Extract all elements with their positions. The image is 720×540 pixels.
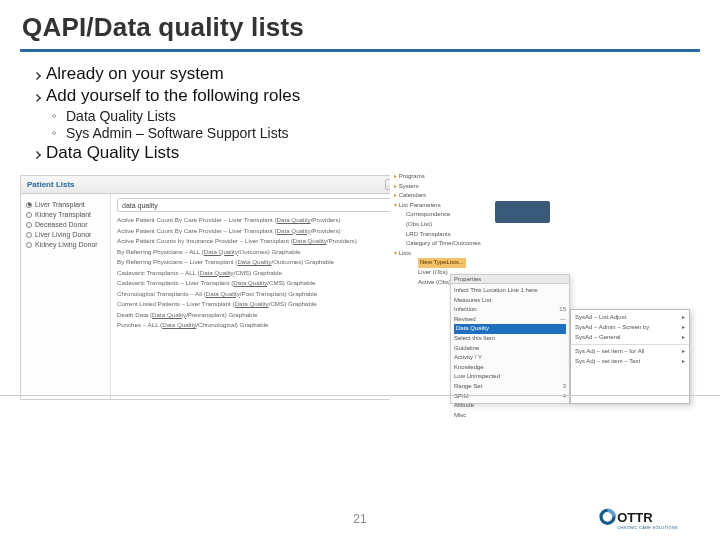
bullet-1: Already on your system (28, 64, 692, 84)
list-item[interactable]: Active Patient Counts by Insurance Provi… (117, 236, 413, 247)
list-item[interactable]: Cadaveric Transplants – ALL (Data Qualit… (117, 268, 413, 279)
properties-head: Properties (451, 275, 569, 284)
slide-title: QAPI/Data quality lists (20, 10, 700, 52)
divider (0, 395, 720, 396)
list-item[interactable]: Active Patient Count By Care Provider – … (117, 226, 413, 237)
radio-option[interactable]: Kidney Transplant (26, 211, 105, 218)
radio-icon (26, 202, 32, 208)
properties-row: Infection15 (454, 305, 566, 315)
patient-lists-sidebar: Liver TransplantKidney TransplantDecease… (21, 194, 111, 399)
screenshot-patient-lists: Patient Lists New Liver TransplantKidney… (20, 175, 420, 400)
chevron-right-icon: ▸ (682, 356, 685, 366)
svg-text:OTTR: OTTR (617, 510, 653, 525)
tree-node[interactable]: Lists (394, 249, 501, 259)
menu-item[interactable]: Sys Adj – set item – for All▸ (571, 346, 689, 356)
tree-node[interactable]: (Obs List) (394, 220, 501, 230)
context-menu: SysAd – List Adjust▸SysAd – Admin – Scre… (570, 309, 690, 404)
list-item[interactable]: Chronological Transplants – All (Data Qu… (117, 289, 413, 300)
properties-row: Misc (454, 411, 566, 421)
list-item[interactable]: Punches – ALL (Data Quality/Chronologica… (117, 320, 413, 331)
bullet-2a: Data Quality Lists (28, 108, 692, 124)
tree-node[interactable]: Calendars (394, 191, 501, 201)
tree-node[interactable]: System (394, 182, 501, 192)
selected-row[interactable]: Data Quality (454, 324, 566, 334)
properties-row: Activity / Y (454, 353, 566, 363)
menu-item[interactable]: SysAd – Admin – Screen by▸ (571, 322, 689, 332)
bullet-3: Data Quality Lists (28, 143, 692, 163)
menu-item[interactable]: SysAd – List Adjust▸ (571, 312, 689, 322)
tree-node[interactable]: LRD Transplants (394, 230, 501, 240)
ottr-logo: OTTR CHRONIC CARE SOLUTIONS (598, 506, 708, 532)
patient-lists-results: Active Patient Count By Care Provider – … (117, 215, 413, 331)
radio-label: Kidney Living Donor (35, 241, 98, 248)
bullet-list: Already on your system Add yourself to t… (20, 52, 700, 169)
tree-node[interactable]: New TypeLists... (394, 258, 501, 268)
radio-option[interactable]: Liver Living Donor (26, 231, 105, 238)
blue-chip (495, 201, 550, 223)
radio-icon (26, 222, 32, 228)
radio-label: Deceased Donor (35, 221, 88, 228)
properties-row: Knowledge (454, 363, 566, 373)
radio-option[interactable]: Liver Transplant (26, 201, 105, 208)
tree-node[interactable]: Correspondence (394, 210, 501, 220)
list-item[interactable]: Current Listed Patients – Liver Transpla… (117, 299, 413, 310)
tree-node[interactable]: List Parameters (394, 201, 501, 211)
screenshot-tree-panel: ProgramsSystemCalendarsList ParametersCo… (390, 169, 710, 417)
chevron-right-icon: ▸ (682, 322, 685, 332)
properties-row: Infect This Location Line 1 here (454, 286, 566, 296)
radio-option[interactable]: Deceased Donor (26, 221, 105, 228)
menu-item[interactable]: SysAd – General▸ (571, 332, 689, 342)
properties-row: Measures List (454, 296, 566, 306)
radio-option[interactable]: Kidney Living Donor (26, 241, 105, 248)
list-item[interactable]: By Referring Physicians – Liver Transpla… (117, 257, 413, 268)
chevron-right-icon: ▸ (682, 332, 685, 342)
properties-panel: Properties Infect This Location Line 1 h… (450, 274, 570, 404)
tree-node[interactable]: Programs (394, 172, 501, 182)
search-input[interactable]: data quality ⌕ (117, 198, 413, 212)
list-item[interactable]: Death Data (Data Quality/Pretransplant) … (117, 310, 413, 321)
radio-icon (26, 242, 32, 248)
radio-label: Kidney Transplant (35, 211, 91, 218)
properties-row: Altitude (454, 401, 566, 411)
list-item[interactable]: Cadaveric Transplants – Liver Transplant… (117, 278, 413, 289)
properties-row: SPIM4 (454, 392, 566, 402)
svg-text:CHRONIC CARE SOLUTIONS: CHRONIC CARE SOLUTIONS (617, 525, 678, 530)
properties-row: Select this Item (454, 334, 566, 344)
bullet-2b: Sys Admin – Software Support Lists (28, 125, 692, 141)
search-text: data quality (122, 202, 158, 209)
menu-item[interactable]: Sys Adj – set item – Text▸ (571, 356, 689, 366)
list-item[interactable]: By Referring Physicians – ALL (Data Qual… (117, 247, 413, 258)
radio-label: Liver Transplant (35, 201, 85, 208)
chevron-right-icon: ▸ (682, 346, 685, 356)
properties-row: Revised— (454, 315, 566, 325)
properties-row: Guideline (454, 344, 566, 354)
list-item[interactable]: Active Patient Count By Care Provider – … (117, 215, 413, 226)
chevron-right-icon: ▸ (682, 312, 685, 322)
radio-label: Liver Living Donor (35, 231, 91, 238)
radio-icon (26, 232, 32, 238)
properties-row: Low Uninspected (454, 372, 566, 382)
tree-node[interactable]: Category of Time/Outcomes (394, 239, 501, 249)
bullet-2: Add yourself to the following roles (28, 86, 692, 106)
radio-icon (26, 212, 32, 218)
properties-row: Range Set3 (454, 382, 566, 392)
patient-lists-main: View data quality ⌕ Active Patient Count… (111, 194, 419, 399)
patient-lists-title: Patient Lists (27, 180, 75, 189)
